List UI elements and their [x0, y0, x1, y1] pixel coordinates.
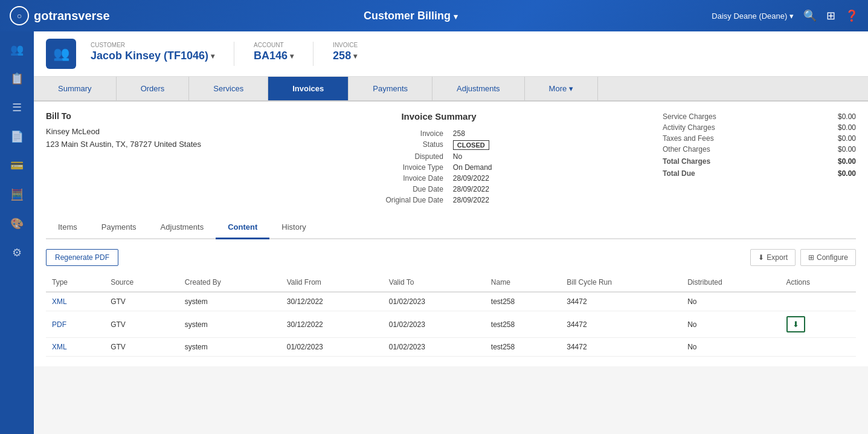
header-info: CUSTOMER Jacob Kinsey (TF1046) ▾ ACCOUNT…	[91, 42, 358, 66]
sidebar-item-settings[interactable]: ⚙	[4, 239, 30, 266]
inner-tab-history[interactable]: History	[269, 216, 318, 239]
cell-name: test258	[485, 338, 561, 357]
account-dropdown-arrow[interactable]: ▾	[290, 52, 294, 60]
cell-name: test258	[485, 292, 561, 311]
status-badge: CLOSED	[453, 140, 489, 150]
inner-tab-adjustments[interactable]: Adjustments	[149, 216, 216, 239]
sidebar-item-list[interactable]: ☰	[4, 94, 30, 121]
other-charges-row: Other Charges $0.00	[663, 144, 856, 155]
disputed-value: No	[453, 152, 492, 161]
status-value: CLOSED	[453, 140, 492, 150]
cell-type[interactable]: XML	[46, 338, 104, 357]
grid-icon[interactable]: ⊞	[826, 9, 835, 22]
sidebar: 👥 📋 ☰ 📄 💳 🧮 🎨 ⚙	[0, 31, 34, 434]
tab-summary[interactable]: Summary	[34, 77, 117, 100]
cell-type[interactable]: XML	[46, 292, 104, 311]
sidebar-item-orders[interactable]: 📋	[4, 65, 30, 92]
content-toolbar: Regenerate PDF ⬇ Export ⊞ Configure	[46, 249, 856, 266]
sidebar-item-reports[interactable]: 🎨	[4, 210, 30, 237]
inner-tab-content[interactable]: Content	[216, 216, 269, 239]
help-icon[interactable]: ❓	[845, 9, 858, 22]
sidebar-item-documents[interactable]: 📄	[4, 123, 30, 150]
total-due-label: Total Due	[663, 169, 695, 178]
search-icon[interactable]: 🔍	[803, 9, 817, 22]
bill-to-section: Bill To Kinsey McLeod 123 Main St Austin…	[46, 111, 215, 204]
summary-grid: Invoice 258 Status CLOSED Disputed No In…	[385, 129, 492, 204]
due-date-value: 28/09/2022	[453, 185, 492, 193]
cell-created-by: system	[179, 292, 281, 311]
invoice-summary-section: Invoice Summary Invoice 258 Status CLOSE…	[227, 111, 651, 204]
configure-button[interactable]: ⊞ Configure	[800, 249, 856, 266]
invoice-value[interactable]: 258 ▾	[333, 50, 358, 62]
cell-valid-from: 01/02/2023	[281, 338, 383, 357]
content-table: Type Source Created By Valid From Valid …	[46, 273, 856, 357]
account-value[interactable]: BA146 ▾	[254, 50, 294, 62]
disputed-label: Disputed	[385, 152, 443, 161]
cell-created-by: system	[179, 311, 281, 338]
cell-valid-to: 01/02/2023	[383, 292, 485, 311]
invoice-dropdown-arrow[interactable]: ▾	[353, 52, 357, 60]
status-label: Status	[385, 140, 443, 150]
tab-invoices[interactable]: Invoices	[268, 77, 349, 100]
bill-to-name: Kinsey McLeod	[46, 126, 215, 138]
export-button[interactable]: ⬇ Export	[750, 249, 796, 266]
invoice-date-label: Invoice Date	[385, 174, 443, 183]
total-due-value: $0.00	[820, 169, 856, 178]
invoice-summary-heading: Invoice Summary	[227, 111, 651, 121]
activity-charges-label: Activity Charges	[663, 123, 715, 132]
cell-source: GTV	[104, 292, 179, 311]
cell-type[interactable]: PDF	[46, 311, 104, 338]
customer-value[interactable]: Jacob Kinsey (TF1046) ▾	[91, 50, 214, 62]
service-charges-value: $0.00	[820, 112, 856, 121]
invoice-content: Bill To Kinsey McLeod 123 Main St Austin…	[34, 102, 868, 366]
inner-tab-payments[interactable]: Payments	[89, 216, 149, 239]
cell-bill-cycle-run: 34472	[561, 292, 681, 311]
other-charges-label: Other Charges	[663, 145, 710, 154]
cell-distributed: No	[681, 292, 780, 311]
download-action-button[interactable]: ⬇	[786, 316, 805, 332]
cell-source: GTV	[104, 311, 179, 338]
cell-created-by: system	[179, 338, 281, 357]
total-charges-row: Total Charges $0.00	[663, 156, 856, 167]
taxes-fees-row: Taxes and Fees $0.00	[663, 133, 856, 144]
tab-orders[interactable]: Orders	[117, 77, 190, 100]
total-due-row: Total Due $0.00	[663, 168, 856, 179]
tab-adjustments[interactable]: Adjustments	[432, 77, 525, 100]
cell-actions	[780, 338, 856, 357]
cell-actions	[780, 292, 856, 311]
cell-actions: ⬇	[780, 311, 856, 338]
col-bill-cycle-run: Bill Cycle Run	[561, 273, 681, 292]
regenerate-pdf-button[interactable]: Regenerate PDF	[46, 249, 118, 266]
customer-field: CUSTOMER Jacob Kinsey (TF1046) ▾	[91, 42, 214, 62]
cell-bill-cycle-run: 34472	[561, 338, 681, 357]
configure-icon: ⊞	[808, 253, 814, 262]
due-date-label: Due Date	[385, 185, 443, 193]
app-logo[interactable]: ○ gotransverse	[10, 6, 110, 25]
customer-dropdown-arrow[interactable]: ▾	[211, 52, 214, 60]
tab-services[interactable]: Services	[189, 77, 268, 100]
tab-more[interactable]: More ▾	[525, 77, 598, 100]
account-field: ACCOUNT BA146 ▾	[254, 42, 294, 62]
sidebar-item-customers[interactable]: 👥	[4, 36, 30, 63]
activity-charges-value: $0.00	[820, 123, 856, 132]
col-distributed: Distributed	[681, 273, 780, 292]
toolbar-right: ⬇ Export ⊞ Configure	[750, 249, 856, 266]
app-name: gotransverse	[34, 9, 110, 23]
sidebar-item-payments[interactable]: 💳	[4, 152, 30, 179]
activity-charges-row: Activity Charges $0.00	[663, 122, 856, 133]
top-navigation: ○ gotransverse Customer Billing ▾ Daisy …	[0, 0, 868, 31]
service-charges-label: Service Charges	[663, 112, 716, 121]
sidebar-item-calculator[interactable]: 🧮	[4, 181, 30, 208]
cell-valid-from: 30/12/2022	[281, 311, 383, 338]
user-menu[interactable]: Daisy Deane (Deane) ▾	[712, 11, 794, 21]
cell-source: GTV	[104, 338, 179, 357]
invoice-label: INVOICE	[333, 42, 358, 48]
table-row: XMLGTVsystem01/02/202301/02/2023test2583…	[46, 338, 856, 357]
bill-to-heading: Bill To	[46, 111, 215, 121]
inner-tab-items[interactable]: Items	[46, 216, 89, 239]
tab-payments[interactable]: Payments	[349, 77, 432, 100]
invoice-header-section: Bill To Kinsey McLeod 123 Main St Austin…	[46, 111, 856, 204]
col-valid-from: Valid From	[281, 273, 383, 292]
invoice-number-value: 258	[453, 129, 492, 138]
cell-name: test258	[485, 311, 561, 338]
